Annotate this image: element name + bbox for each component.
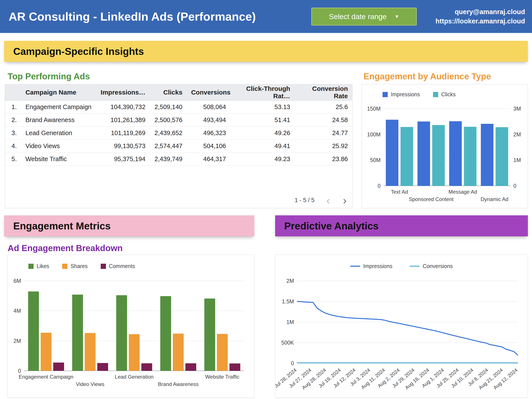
date-range-selector[interactable]: Select date range ▼ (311, 8, 417, 26)
svg-text:Message Ad: Message Ad (449, 189, 477, 195)
legend-item-impressions: Impressions (350, 263, 393, 269)
table-row[interactable]: 5.Website Traffic95,375,1942,439,749464,… (5, 152, 352, 165)
value-cell: 23.86 (295, 152, 352, 165)
value-cell: 24.77 (295, 126, 352, 139)
svg-text:2M: 2M (513, 131, 521, 137)
campaign-name-cell: Website Traffic (25, 152, 94, 165)
section-banner-predictive-analytics: Predictive Analytics (275, 215, 528, 236)
value-cell: 493,494 (187, 113, 230, 126)
value-cell: 101,119,269 (94, 126, 150, 139)
banner-label: Engagement Metrics (13, 220, 111, 232)
campaign-name-cell: Engagement Campaign (25, 100, 94, 113)
contact-info: query@amanraj.cloud https://looker.amanr… (436, 7, 525, 26)
svg-text:0: 0 (18, 368, 21, 374)
section-banner-campaign-insights: Campaign-Specific Insights (4, 41, 528, 62)
value-cell: 2,439,652 (150, 126, 187, 139)
legend-label: Impressions (363, 263, 393, 269)
legend-item-conversions: Conversions (410, 263, 453, 269)
audience-chart-card: ImpressionsClicks 0050M1M100M2M150M3MTex… (362, 84, 528, 208)
campaign-table: Campaign NameImpressions…ClicksConversio… (5, 84, 352, 166)
value-cell: 49.41 (230, 139, 294, 152)
predictive-chart: 0500K1M1.5M2MJul 28, 2024Jul 27, 2024Aug… (275, 276, 528, 394)
table-row[interactable]: 1.Engagement Campaign104,390,7322,509,14… (5, 100, 352, 113)
svg-text:4M: 4M (13, 308, 21, 314)
banner-label: Campaign-Specific Insights (13, 46, 144, 57)
svg-text:Video Views: Video Views (76, 381, 104, 387)
value-cell: 49.23 (230, 152, 294, 165)
svg-text:500K: 500K (281, 340, 294, 346)
legend-swatch (410, 266, 420, 267)
column-header[interactable]: Impressions… (94, 84, 150, 100)
value-cell: 508,064 (187, 100, 230, 113)
value-cell: 104,390,732 (94, 100, 150, 113)
row-rank-cell: 4. (5, 139, 25, 152)
value-cell: 464,317 (187, 152, 230, 165)
column-header[interactable]: Conversion Rate (295, 84, 352, 100)
pagination-next-button[interactable]: › (343, 197, 347, 204)
svg-text:150M: 150M (367, 106, 380, 112)
svg-text:2M: 2M (286, 278, 294, 284)
legend-item-comments: Comments (101, 263, 135, 269)
column-header[interactable]: Clicks (150, 84, 187, 100)
legend-item-likes: Likes (28, 263, 49, 269)
campaign-table-body: 1.Engagement Campaign104,390,7322,509,14… (5, 100, 352, 165)
legend-swatch (101, 264, 106, 269)
audience-chart-title: Engagement by Audience Type (363, 72, 491, 81)
svg-text:Sponsored Content: Sponsored Content (409, 196, 454, 202)
legend-label: Likes (37, 263, 49, 269)
legend-label: Comments (109, 263, 135, 269)
table-row[interactable]: 2.Brand Awareness101,261,3892,500,576493… (5, 113, 352, 126)
value-cell: 2,574,447 (150, 139, 187, 152)
breakdown-chart-title: Ad Engagement Breakdown (8, 243, 123, 253)
svg-text:100M: 100M (367, 131, 380, 137)
svg-text:Website Traffic: Website Traffic (205, 374, 239, 380)
svg-text:Text Ad: Text Ad (391, 189, 408, 195)
svg-text:0: 0 (513, 183, 516, 189)
value-cell: 51.41 (230, 113, 294, 126)
value-cell: 2,500,576 (150, 113, 187, 126)
value-cell: 2,439,749 (150, 152, 187, 165)
legend-item-impressions: Impressions (383, 91, 420, 98)
value-cell: 53.13 (230, 100, 294, 113)
contact-url: https://looker.amanraj.cloud (436, 16, 525, 26)
column-header[interactable]: Conversions (187, 84, 230, 100)
pagination-label: 1 - 5 / 5 (295, 197, 315, 204)
pagination-prev-button[interactable]: ‹ (326, 197, 330, 204)
audience-chart: 0050M1M100M2M150M3MText AdSponsored Cont… (362, 100, 528, 209)
app-header: AR Consulting - LinkedIn Ads (Performanc… (0, 0, 532, 33)
row-rank-cell: 1. (5, 100, 25, 113)
legend-swatch (350, 266, 360, 267)
campaign-name-cell: Lead Generation (25, 126, 94, 139)
svg-text:Engagement Campaign: Engagement Campaign (19, 374, 73, 380)
campaign-name-cell: Video Views (25, 139, 94, 152)
value-cell: 25.6 (295, 100, 352, 113)
column-header[interactable]: Campaign Name (25, 84, 94, 100)
value-cell: 95,375,194 (94, 152, 150, 165)
predictive-chart-card: ImpressionsConversions 0500K1M1.5M2MJul … (275, 255, 528, 398)
row-rank-cell: 5. (5, 152, 25, 165)
contact-email: query@amanraj.cloud (436, 7, 525, 16)
column-header[interactable]: Click-Through Rat… (230, 84, 294, 100)
table-row[interactable]: 4.Video Views99,130,5732,574,447504,1064… (5, 139, 352, 152)
table-title: Top Performing Ads (8, 72, 90, 81)
legend-item-shares: Shares (62, 263, 88, 269)
row-rank-cell: 2. (5, 113, 25, 126)
table-row[interactable]: 3.Lead Generation101,119,2692,439,652496… (5, 126, 352, 139)
breakdown-chart: 02M4M6MEngagement CampaignVideo ViewsLea… (8, 275, 254, 398)
legend-label: Impressions (391, 91, 420, 98)
svg-text:1M: 1M (286, 319, 294, 325)
legend-swatch (62, 264, 67, 269)
legend-swatch (28, 264, 34, 269)
legend-label: Clicks (441, 91, 456, 98)
legend-swatch (433, 92, 438, 97)
row-rank-cell: 3. (5, 126, 25, 139)
value-cell: 496,323 (187, 126, 230, 139)
svg-text:50M: 50M (370, 157, 380, 163)
svg-text:3M: 3M (513, 106, 521, 112)
predictive-chart-legend: ImpressionsConversions (275, 263, 528, 269)
breakdown-chart-card: LikesSharesComments 02M4M6MEngagement Ca… (8, 255, 254, 398)
campaign-name-cell: Brand Awareness (25, 113, 94, 126)
chevron-down-icon: ▼ (394, 14, 399, 20)
value-cell: 25.92 (295, 139, 352, 152)
legend-item-clicks: Clicks (433, 91, 456, 98)
